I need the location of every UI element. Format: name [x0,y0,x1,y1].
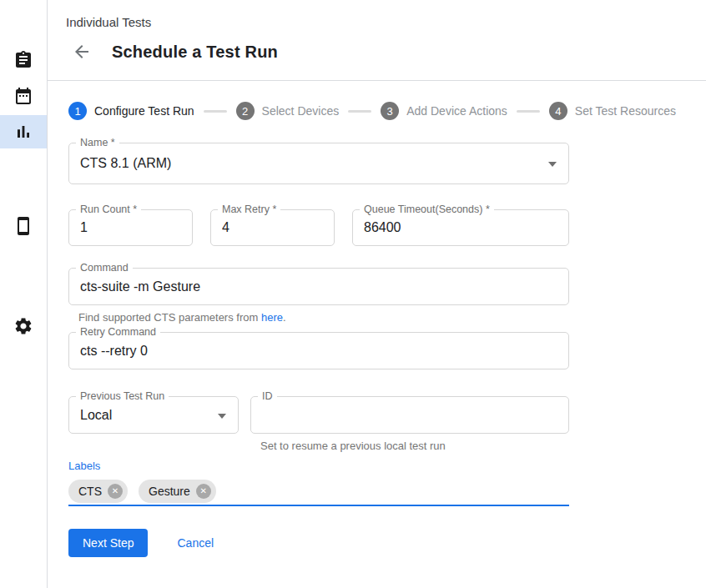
form-content: 1 Configure Test Run 2 Select Devices 3 … [48,81,706,557]
stepper: 1 Configure Test Run 2 Select Devices 3 … [68,102,706,120]
max-retry-label: Max Retry * [218,204,280,216]
chip-label: Gesture [149,485,190,498]
chip-remove-icon[interactable]: ✕ [196,484,211,499]
sidebar [0,0,48,588]
chip-cts: CTS ✕ [68,480,128,503]
cancel-button[interactable]: Cancel [164,529,227,557]
calendar-icon [13,86,33,106]
id-label: ID [258,390,277,403]
labels-label: Labels [68,460,706,472]
sidebar-item-schedule[interactable] [0,79,47,113]
page-header: Individual Tests Schedule a Test Run [48,0,706,81]
command-helper-period: . [283,311,286,324]
previous-test-run-select[interactable]: Previous Test Run Local [68,396,239,434]
step-label: Select Devices [262,104,340,118]
step-number: 1 [68,102,87,120]
sidebar-item-devices[interactable] [0,209,47,243]
max-retry-field-wrap: Max Retry * [210,209,335,246]
chip-gesture: Gesture ✕ [139,480,216,503]
page-title: Schedule a Test Run [112,43,278,62]
id-helper: Set to resume a previous local test run [260,440,569,452]
step-number: 3 [381,102,399,120]
step-number: 2 [236,102,255,120]
settings-icon [13,316,33,336]
name-label: Name * [76,137,119,149]
step-set-test-resources[interactable]: 4 Set Test Resources [549,102,676,120]
labels-focus-underline [68,505,569,506]
main-panel: Individual Tests Schedule a Test Run 1 C… [48,0,706,588]
sidebar-item-test-runs[interactable] [0,115,47,148]
command-helper-text: Find supported CTS parameters from [78,311,261,324]
step-label: Configure Test Run [94,104,194,118]
next-step-button[interactable]: Next Step [68,529,148,557]
run-count-label: Run Count * [76,204,141,216]
retry-command-label: Retry Command [76,326,160,339]
step-add-device-actions[interactable]: 3 Add Device Actions [381,102,507,120]
command-helper: Find supported CTS parameters from here. [78,311,706,324]
run-count-field-wrap: Run Count * [68,209,193,246]
command-input[interactable] [69,269,568,304]
step-label: Add Device Actions [406,104,507,118]
id-field-wrap: ID [250,396,569,434]
assignment-icon [13,50,33,70]
app-root: Individual Tests Schedule a Test Run 1 C… [0,0,706,588]
step-number: 4 [549,102,567,120]
command-label: Command [76,262,133,274]
chip-label: CTS [78,485,102,498]
retry-command-field-wrap: Retry Command [68,332,569,369]
step-select-devices[interactable]: 2 Select Devices [236,102,340,120]
chip-remove-icon[interactable]: ✕ [108,484,123,499]
previous-test-run-label: Previous Test Run [76,390,169,403]
sidebar-item-tests[interactable] [0,43,47,77]
command-field-wrap: Command [68,268,569,305]
step-connector [517,110,540,113]
chevron-down-icon [218,414,226,419]
labels-chip-input[interactable]: CTS ✕ Gesture ✕ [68,480,569,503]
chevron-down-icon [548,162,557,167]
queue-timeout-field-wrap: Queue Timeout(Seconds) * [352,209,569,246]
id-input[interactable] [251,397,568,433]
name-value: CTS 8.1 (ARM) [69,143,568,183]
sidebar-item-settings[interactable] [0,309,47,343]
smartphone-icon [13,216,33,236]
step-connector [204,110,227,113]
breadcrumb: Individual Tests [66,15,706,30]
step-connector [348,110,371,113]
arrow-back-icon [72,42,92,62]
step-configure-test-run[interactable]: 1 Configure Test Run [68,102,194,120]
queue-timeout-label: Queue Timeout(Seconds) * [360,204,494,216]
name-select[interactable]: Name * CTS 8.1 (ARM) [68,143,569,184]
step-label: Set Test Resources [575,104,676,118]
cts-parameters-link[interactable]: here [261,311,283,324]
back-button[interactable] [72,42,92,62]
bar-chart-icon [13,122,33,142]
